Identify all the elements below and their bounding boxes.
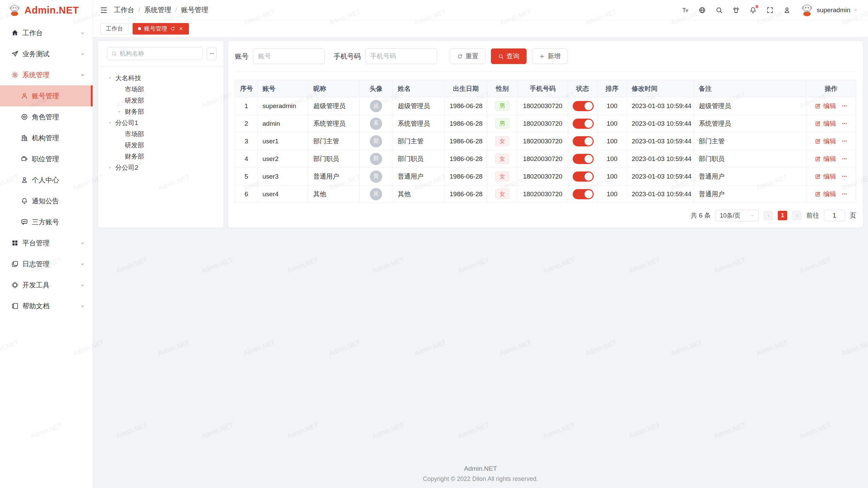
edit-button[interactable]: 编辑 xyxy=(815,190,836,199)
sidebar-item-business-test[interactable]: 业务测试 xyxy=(0,43,93,64)
breadcrumb-item[interactable]: 系统管理 xyxy=(144,5,171,15)
cell-name: 其他 xyxy=(393,185,445,203)
tree-node[interactable]: 研发部 xyxy=(101,95,220,106)
status-switch[interactable] xyxy=(573,101,594,111)
gender-badge: 男 xyxy=(495,101,509,111)
sidebar-item-label: 职位管理 xyxy=(32,155,85,164)
status-switch[interactable] xyxy=(573,154,594,164)
cell-sort: 100 xyxy=(597,97,627,115)
tree-node[interactable]: 市场部 xyxy=(101,84,220,95)
tree-node[interactable]: 市场部 xyxy=(101,128,220,140)
sidebar-item-label: 帮助文档 xyxy=(22,302,76,311)
current-page-button[interactable]: 1 xyxy=(778,211,787,220)
language-icon[interactable] xyxy=(698,6,706,14)
next-page-button[interactable] xyxy=(792,211,802,220)
page-size-select[interactable]: 10条/页 xyxy=(715,210,759,221)
tab-account-manage[interactable]: 账号管理 xyxy=(133,23,189,35)
notification-bell-icon[interactable] xyxy=(749,6,757,14)
row-more-button[interactable] xyxy=(842,138,847,144)
column-header: 排序 xyxy=(597,80,627,97)
edit-button[interactable]: 编辑 xyxy=(815,155,836,163)
search-glyph xyxy=(715,6,723,14)
chevron-right-icon xyxy=(795,214,799,218)
sidebar-item-role-manage[interactable]: 角色管理 xyxy=(0,106,93,127)
org-search-input[interactable] xyxy=(120,50,198,57)
theme-icon[interactable] xyxy=(732,6,740,14)
breadcrumb: 工作台 / 系统管理 / 账号管理 xyxy=(114,5,208,15)
org-more-button[interactable] xyxy=(207,47,217,60)
sidebar-item-notice[interactable]: 通知公告 xyxy=(0,190,93,211)
cell-avatar: 系 xyxy=(359,115,393,133)
pagination-total: 共 6 条 xyxy=(691,211,711,220)
sidebar-item-personal-center[interactable]: 个人中心 xyxy=(0,169,93,190)
sidebar-item-log-manage[interactable]: 日志管理 xyxy=(0,253,93,274)
table-row: 1superadmin超级管理员超超级管理员1986-06-28男1802003… xyxy=(235,97,856,115)
tree-node[interactable]: 研发部 xyxy=(101,140,220,151)
row-more-button[interactable] xyxy=(842,121,847,126)
add-button-label: 新增 xyxy=(548,52,560,61)
sidebar-item-system-manage[interactable]: 系统管理 xyxy=(0,64,93,85)
account-filter-input[interactable] xyxy=(253,48,325,64)
org-tree: 大名科技市场部研发部财务部分公司1市场部研发部财务部分公司2 xyxy=(98,67,223,179)
user-menu[interactable]: superadmin xyxy=(800,3,858,17)
reset-button[interactable]: 重置 xyxy=(450,48,486,64)
cell-avatar: 其 xyxy=(359,185,393,203)
main-area: 工作台 / 系统管理 / 账号管理 superadmin 工作台 xyxy=(93,0,868,488)
row-more-button[interactable] xyxy=(842,174,847,179)
edit-button[interactable]: 编辑 xyxy=(815,102,836,110)
tree-node[interactable]: 财务部 xyxy=(101,106,220,117)
status-switch[interactable] xyxy=(573,119,594,129)
edit-button[interactable]: 编辑 xyxy=(815,119,836,128)
column-header: 修改时间 xyxy=(627,80,694,97)
caret-down-icon[interactable] xyxy=(106,76,114,80)
edit-button[interactable]: 编辑 xyxy=(815,137,836,146)
tree-node-label: 分公司1 xyxy=(115,119,138,127)
sidebar-item-position-manage[interactable]: 职位管理 xyxy=(0,148,93,169)
sidebar-item-workbench[interactable]: 工作台 xyxy=(0,22,93,43)
tree-node[interactable]: 财务部 xyxy=(101,151,220,162)
sidebar-item-dev-tools[interactable]: 开发工具 xyxy=(0,274,93,296)
sidebar-item-label: 平台管理 xyxy=(22,239,76,248)
add-button[interactable]: 新增 xyxy=(532,48,568,64)
tab-refresh-icon[interactable] xyxy=(170,26,175,31)
breadcrumb-item[interactable]: 工作台 xyxy=(114,5,134,15)
cell-account: user3 xyxy=(258,168,309,185)
search-icon[interactable] xyxy=(715,6,723,14)
tab-close-icon[interactable] xyxy=(178,26,183,31)
cell-account: superadmin xyxy=(258,97,309,115)
prev-page-button[interactable] xyxy=(764,211,773,220)
caret-right-icon[interactable] xyxy=(116,109,123,114)
tab-workbench[interactable]: 工作台 xyxy=(100,23,129,35)
tree-node[interactable]: 分公司1 xyxy=(101,117,220,128)
tree-node-label: 市场部 xyxy=(125,85,144,94)
cell-account: admin xyxy=(258,115,309,133)
row-more-button[interactable] xyxy=(842,103,847,109)
tree-node[interactable]: 分公司2 xyxy=(101,162,220,173)
phone-filter-input[interactable] xyxy=(365,48,437,64)
sidebar-item-third-account[interactable]: 三方账号 xyxy=(0,211,93,232)
row-more-button[interactable] xyxy=(842,191,847,197)
app-logo[interactable]: Admin.NET xyxy=(0,0,93,20)
menu-fold-icon[interactable] xyxy=(100,6,108,14)
tree-node[interactable]: 大名科技 xyxy=(101,73,220,84)
sidebar-item-help-docs[interactable]: 帮助文档 xyxy=(0,296,93,317)
goto-page-input[interactable] xyxy=(824,210,845,221)
sidebar-item-org-manage[interactable]: 机构管理 xyxy=(0,127,93,148)
search-button[interactable]: 查询 xyxy=(491,48,527,64)
sidebar-item-platform-manage[interactable]: 平台管理 xyxy=(0,232,93,253)
cell-index: 6 xyxy=(235,185,258,203)
sidebar-item-account-manage[interactable]: 账号管理 xyxy=(0,85,93,106)
profile-icon[interactable] xyxy=(783,6,791,14)
notification-badge xyxy=(755,5,758,8)
row-more-button[interactable] xyxy=(842,156,847,162)
status-switch[interactable] xyxy=(573,189,594,199)
caret-down-icon[interactable] xyxy=(106,121,114,125)
caret-right-icon[interactable] xyxy=(106,165,114,170)
chevron-up-icon xyxy=(80,73,85,78)
font-size-icon[interactable] xyxy=(682,6,689,14)
status-switch[interactable] xyxy=(573,171,594,182)
cell-phone: 18020030720 xyxy=(518,168,568,185)
status-switch[interactable] xyxy=(573,136,594,146)
edit-button[interactable]: 编辑 xyxy=(815,172,836,181)
fullscreen-icon[interactable] xyxy=(766,6,774,14)
